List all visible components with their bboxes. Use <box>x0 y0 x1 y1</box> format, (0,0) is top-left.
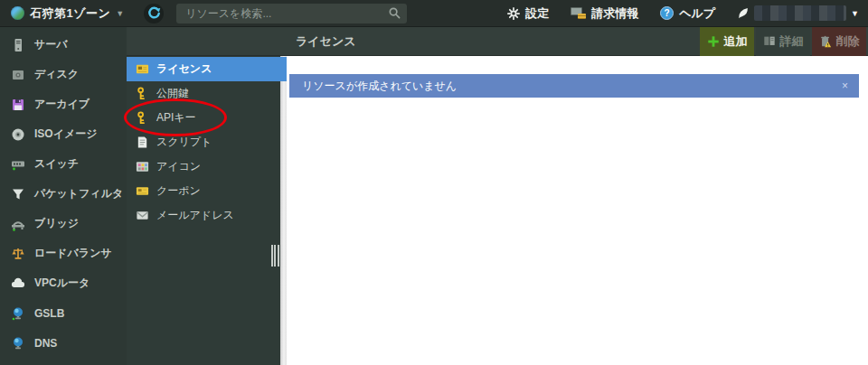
load-balancer-icon <box>11 247 25 261</box>
icon-grid-icon <box>136 160 149 173</box>
search-box <box>176 4 407 23</box>
gear-icon <box>507 7 520 20</box>
archive-icon <box>11 98 25 112</box>
search-icon[interactable] <box>388 6 401 23</box>
settings-label: 設定 <box>525 5 549 22</box>
sidebar-item-bridge[interactable]: ブリッジ <box>0 209 127 239</box>
sub-sidebar: ライセンス 公開鍵 <box>127 56 280 365</box>
caret-down-icon: ▼ <box>116 9 124 18</box>
switch-icon <box>11 157 25 172</box>
billing-label: 請求情報 <box>591 5 638 22</box>
zone-label: 石狩第1ゾーン <box>30 5 110 22</box>
page-title: ライセンス <box>296 27 356 56</box>
bridge-icon <box>11 217 25 231</box>
help-icon: ? <box>660 6 674 20</box>
main-panel: リソースが作成されていません × <box>280 56 868 365</box>
globe-icon <box>11 6 24 20</box>
iso-image-icon <box>11 127 25 142</box>
license-icon <box>136 62 149 76</box>
subsidebar-item-icon[interactable]: アイコン <box>127 154 280 179</box>
key-icon <box>136 111 149 125</box>
main-sidebar: サーバ ディスク アーカイブ <box>0 27 127 365</box>
disk-icon <box>11 68 25 82</box>
sidebar-item-packet-filter[interactable]: パケットフィルタ <box>0 179 127 209</box>
sidebar-item-archive[interactable]: アーカイブ <box>0 89 127 119</box>
subsidebar-item-api-key[interactable]: APIキー <box>127 106 280 130</box>
plus-icon <box>707 35 720 48</box>
content-header: ライセンス 追加 詳細 <box>127 27 868 56</box>
leaf-icon <box>737 6 750 20</box>
subsidebar-item-coupon[interactable]: クーポン <box>127 179 280 203</box>
sidebar-item-iso-image[interactable]: ISOイメージ <box>0 119 127 149</box>
topbar: 石狩第1ゾーン ▼ <box>0 0 868 27</box>
dns-icon <box>11 336 25 351</box>
help-menu-item[interactable]: ? ヘルプ <box>660 5 715 22</box>
detail-button[interactable]: 詳細 <box>756 27 810 56</box>
close-icon[interactable]: × <box>842 80 848 91</box>
sidebar-item-server[interactable]: サーバ <box>0 30 127 60</box>
coupon-icon <box>136 184 149 198</box>
delete-icon <box>819 35 832 48</box>
sidebar-item-dns[interactable]: DNS <box>0 328 127 358</box>
script-icon <box>136 136 149 149</box>
settings-menu-item[interactable]: 設定 <box>507 5 549 22</box>
search-input[interactable] <box>176 4 407 23</box>
topbar-menu: 設定 請求情報 ? ヘルプ ▼ <box>507 5 859 22</box>
billing-icon <box>571 7 586 19</box>
refresh-icon <box>147 6 161 20</box>
caret-down-icon: ▼ <box>851 9 859 18</box>
sidebar-item-load-balancer[interactable]: ロードバランサ <box>0 239 127 268</box>
billing-menu-item[interactable]: 請求情報 <box>571 5 638 22</box>
subsidebar-item-script[interactable]: スクリプト <box>127 130 280 154</box>
subsidebar-item-public-key[interactable]: 公開鍵 <box>127 81 280 106</box>
add-button[interactable]: 追加 <box>700 27 754 56</box>
subsidebar-item-license[interactable]: ライセンス <box>127 57 287 81</box>
zone-selector[interactable]: 石狩第1ゾーン ▼ <box>11 5 124 22</box>
refresh-button[interactable] <box>144 4 164 23</box>
server-icon <box>11 38 25 52</box>
delete-button[interactable]: 削除 <box>812 27 866 56</box>
help-label: ヘルプ <box>679 5 715 22</box>
resize-handle[interactable] <box>271 245 279 267</box>
user-menu[interactable]: ▼ <box>737 5 859 21</box>
sidebar-item-gslb[interactable]: GSLB <box>0 298 127 328</box>
sidebar-item-disk[interactable]: ディスク <box>0 60 127 89</box>
packet-filter-icon <box>11 187 25 201</box>
subsidebar-item-mail-address[interactable]: メールアドレス <box>127 203 280 228</box>
detail-icon <box>763 35 776 47</box>
gslb-icon <box>11 306 25 321</box>
user-name-redacted <box>754 5 846 21</box>
notice-text: リソースが作成されていません <box>302 79 457 94</box>
panel-divider[interactable] <box>280 56 287 365</box>
sidebar-item-switch[interactable]: スイッチ <box>0 149 127 179</box>
key-icon <box>136 87 149 100</box>
sidebar-item-vpc-router[interactable]: VPCルータ <box>0 268 127 298</box>
app-window: 石狩第1ゾーン ▼ <box>0 0 868 365</box>
vpc-router-icon <box>11 276 25 291</box>
mail-icon <box>136 209 149 222</box>
notice-banner: リソースが作成されていません × <box>289 74 859 98</box>
